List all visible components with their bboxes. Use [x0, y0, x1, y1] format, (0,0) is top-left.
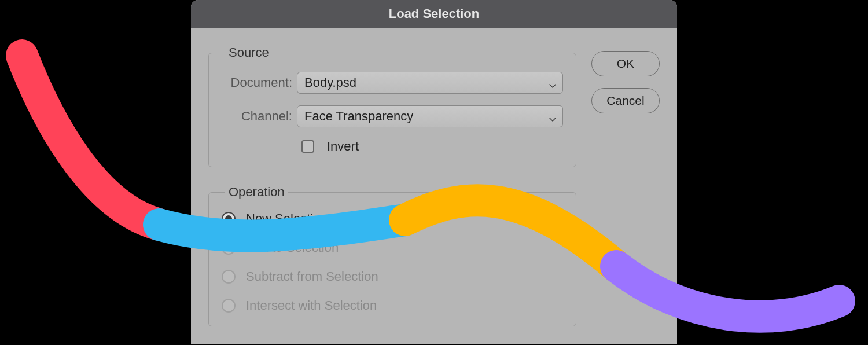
radio-new-selection[interactable] — [222, 212, 236, 226]
document-value: Body.psd — [304, 75, 356, 90]
dialog-titlebar: Load Selection — [191, 0, 677, 28]
source-fieldset: Source Document: Body.psd Channel: Face … — [208, 45, 576, 167]
radio-intersect-with-selection — [222, 299, 236, 313]
radio-label: Subtract from Selection — [246, 269, 378, 284]
document-dropdown[interactable]: Body.psd — [297, 72, 563, 94]
radio-row-add-to-selection: Add to Selection — [222, 240, 563, 255]
ok-button[interactable]: OK — [591, 51, 660, 76]
load-selection-dialog: Load Selection Source Document: Body.psd… — [191, 0, 677, 344]
chevron-down-icon — [549, 79, 557, 87]
radio-label: New Selection — [246, 211, 328, 226]
radio-label: Intersect with Selection — [246, 298, 377, 313]
radio-row-intersect-with-selection: Intersect with Selection — [222, 298, 563, 313]
cancel-button[interactable]: Cancel — [591, 88, 660, 113]
channel-dropdown[interactable]: Face Transparency — [297, 105, 563, 127]
source-legend: Source — [225, 45, 273, 60]
channel-label: Channel: — [222, 109, 297, 124]
radio-subtract-from-selection — [222, 270, 236, 284]
radio-row-subtract-from-selection: Subtract from Selection — [222, 269, 563, 284]
invert-checkbox[interactable] — [301, 140, 314, 153]
radio-label: Add to Selection — [246, 240, 339, 255]
invert-label: Invert — [327, 139, 359, 154]
radio-add-to-selection — [222, 241, 236, 255]
operation-fieldset: Operation New Selection Add to Selection… — [208, 185, 576, 326]
document-label: Document: — [222, 75, 297, 90]
channel-value: Face Transparency — [304, 109, 413, 124]
operation-legend: Operation — [225, 185, 288, 200]
dialog-title: Load Selection — [389, 6, 479, 21]
radio-row-new-selection[interactable]: New Selection — [222, 211, 563, 226]
chevron-down-icon — [549, 112, 557, 120]
